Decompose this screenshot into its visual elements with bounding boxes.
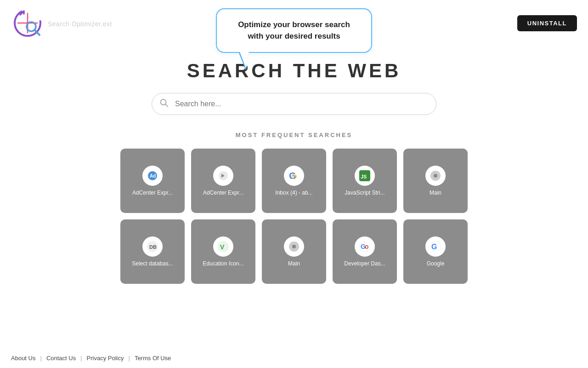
grid-item-label-9: Google bbox=[427, 260, 445, 267]
grid-item-icon-3: JS bbox=[355, 166, 375, 186]
grid-item-label-5: Select databas... bbox=[132, 260, 173, 267]
svg-text:V: V bbox=[220, 243, 225, 251]
grid-item-7[interactable]: Main bbox=[262, 219, 326, 284]
svg-text:o: o bbox=[365, 243, 369, 250]
grid-item-icon-8: G o bbox=[355, 236, 375, 257]
footer-contact-us[interactable]: Contact Us bbox=[46, 355, 76, 362]
grid-item-4[interactable]: Main bbox=[403, 149, 468, 213]
search-input[interactable] bbox=[152, 93, 436, 115]
grid-item-icon-2: G bbox=[284, 166, 304, 186]
grid-item-label-0: AdCenter Expr... bbox=[132, 190, 173, 196]
footer-about-us[interactable]: About Us bbox=[11, 355, 35, 362]
uninstall-button[interactable]: UNINSTALL bbox=[517, 15, 577, 31]
speech-bubble: Optimize your browser search with your d… bbox=[216, 8, 372, 53]
grid-item-icon-1 bbox=[213, 166, 233, 186]
grid-item-8[interactable]: G o Developer Das... bbox=[333, 219, 397, 284]
grid-item-6[interactable]: V Education Icon... bbox=[191, 219, 255, 284]
footer: About Us | Contact Us | Privacy Policy |… bbox=[0, 348, 588, 368]
svg-point-14 bbox=[434, 174, 437, 178]
svg-point-20 bbox=[292, 245, 296, 248]
footer-sep-3: | bbox=[129, 355, 130, 362]
grid-item-label-6: Education Icon... bbox=[203, 260, 243, 267]
speech-bubble-text: Optimize your browser search with your d… bbox=[232, 19, 356, 42]
page-title: SEARCH THE WEB bbox=[187, 60, 401, 82]
grid-item-icon-6: V bbox=[213, 236, 233, 257]
svg-text:DB: DB bbox=[149, 244, 157, 250]
logo-text-area: Search Optimizer.ext bbox=[48, 17, 112, 29]
grid-item-1[interactable]: AdCenter Expr... bbox=[191, 149, 255, 213]
svg-line-6 bbox=[165, 104, 168, 107]
grid-item-icon-7 bbox=[284, 236, 304, 257]
grid-item-label-8: Developer Das... bbox=[344, 260, 385, 267]
svg-text:Ad: Ad bbox=[150, 173, 156, 178]
grid-item-label-4: Main bbox=[430, 190, 441, 196]
footer-terms-of-use[interactable]: Terms Of Use bbox=[135, 355, 171, 362]
grid-item-9[interactable]: G Google bbox=[403, 219, 468, 284]
frequent-searches-grid: Ad AdCenter Expr... AdCenter Expr... G I… bbox=[120, 149, 468, 284]
grid-item-icon-9: G bbox=[425, 236, 446, 257]
grid-item-icon-0: Ad bbox=[142, 166, 163, 186]
grid-item-0[interactable]: Ad AdCenter Expr... bbox=[120, 149, 185, 213]
svg-text:G: G bbox=[431, 243, 437, 251]
grid-item-5[interactable]: DB Select databas... bbox=[120, 219, 185, 284]
svg-text:JS: JS bbox=[361, 174, 367, 179]
footer-sep-2: | bbox=[80, 355, 82, 362]
grid-item-2[interactable]: G Inbox (4) - ab... bbox=[262, 149, 326, 213]
footer-sep-1: | bbox=[40, 355, 41, 362]
grid-item-label-3: JavaScript Stri... bbox=[345, 190, 384, 196]
section-title: MOST FREQUENT SEARCHES bbox=[236, 132, 353, 138]
grid-item-label-2: Inbox (4) - ab... bbox=[275, 190, 312, 196]
grid-item-label-7: Main bbox=[288, 260, 300, 267]
grid-item-icon-4 bbox=[425, 166, 446, 186]
search-container bbox=[152, 93, 436, 115]
logo-area: Search Optimizer.ext bbox=[11, 6, 112, 40]
search-icon bbox=[160, 99, 168, 109]
footer-privacy-policy[interactable]: Privacy Policy bbox=[87, 355, 124, 362]
grid-item-3[interactable]: JS JavaScript Stri... bbox=[333, 149, 397, 213]
grid-item-label-1: AdCenter Expr... bbox=[203, 190, 243, 196]
logo-name: Search Optimizer.ext bbox=[48, 17, 112, 29]
main-content: SEARCH THE WEB MOST FREQUENT SEARCHES Ad… bbox=[0, 46, 588, 284]
logo-icon bbox=[11, 6, 44, 40]
grid-item-icon-5: DB bbox=[142, 236, 163, 257]
speech-bubble-wrapper: Optimize your browser search with your d… bbox=[216, 8, 372, 53]
